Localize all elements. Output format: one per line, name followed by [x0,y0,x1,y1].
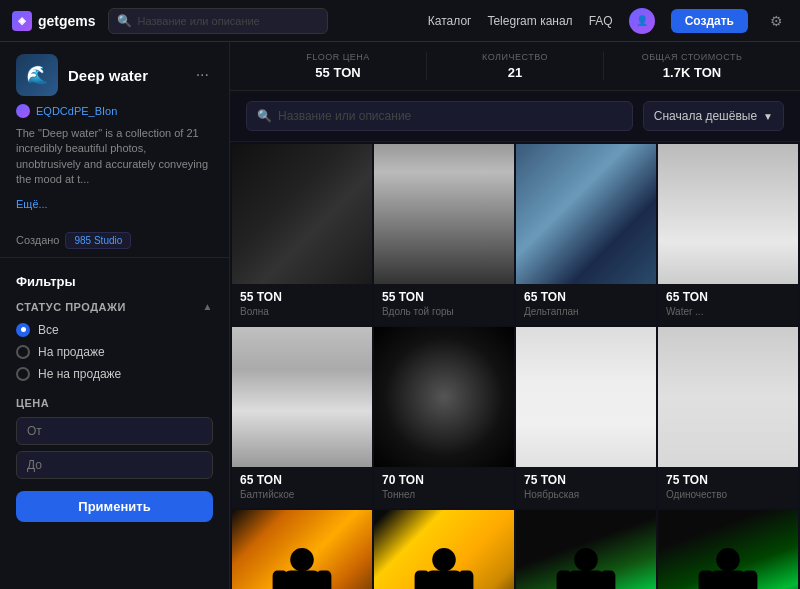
nft-image [516,144,656,284]
nft-image [374,327,514,467]
nft-card[interactable]: 85 TON [374,510,514,589]
logo-icon: ◈ [12,11,32,31]
nft-image [516,327,656,467]
nft-card[interactable]: 75 TONОдиночество [658,327,798,508]
svg-rect-14 [557,571,572,589]
nft-name: Волна [240,306,364,317]
status-for-sale[interactable]: На продаже [16,345,213,359]
nft-image [658,144,798,284]
status-all[interactable]: Все [16,323,213,337]
nft-price: 65 TON [666,290,790,304]
svg-point-6 [432,548,456,572]
logo-text: getgems [38,13,96,29]
collection-description: The "Deep water" is a collection of 21 i… [16,126,213,188]
divider [0,257,229,258]
status-nosale-label: Не на продаже [38,367,121,381]
collection-avatar [16,54,58,96]
nft-info: 75 TONОдиночество [658,467,798,508]
nft-name: Дельтаплан [524,306,648,317]
status-not-for-sale[interactable]: Не на продаже [16,367,213,381]
nft-name: Тоннел [382,489,506,500]
filters-title: Фильтры [16,274,213,289]
svg-rect-15 [600,571,615,589]
apply-filters-button[interactable]: Применить [16,491,213,522]
nav-telegram[interactable]: Telegram канал [487,14,572,28]
floor-label: FLOOR ЦЕНА [260,52,416,62]
nav-search[interactable]: 🔍 Название или описание [108,8,328,34]
nft-card[interactable]: 65 TONБалтийское [232,327,372,508]
nft-info: 75 TONНоябрьская [516,467,656,508]
nft-card[interactable]: 65 TON [516,510,656,589]
nav-faq[interactable]: FAQ [589,14,613,28]
stats-bar: FLOOR ЦЕНА 55 TON КОЛИЧЕСТВО 21 ОБЩАЯ СТ… [230,42,800,91]
stat-floor: FLOOR ЦЕНА 55 TON [250,52,427,80]
sidebar: Deep water ··· EQDCdPE_BIon The "Deep wa… [0,42,230,589]
nft-image [374,510,514,589]
nft-image [232,144,372,284]
main-layout: Deep water ··· EQDCdPE_BIon The "Deep wa… [0,42,800,589]
status-chevron: ▲ [203,301,213,312]
svg-rect-1 [284,571,321,589]
search-icon: 🔍 [117,14,132,28]
nft-card[interactable]: 75 TONНоябрьская [516,327,656,508]
read-more-link[interactable]: Ещё... [16,198,48,210]
svg-point-12 [574,548,598,572]
content-search-placeholder: Название или описание [278,109,411,123]
price-inputs [16,417,213,479]
price-to-input[interactable] [16,451,213,479]
nft-card[interactable]: 55 TONВолна [232,144,372,325]
nft-card[interactable]: 70 TONТоннел [374,327,514,508]
radio-all-indicator [16,323,30,337]
svg-rect-2 [273,571,288,589]
filters-section: Фильтры СТАТУС ПРОДАЖИ ▲ Все На продаже … [0,266,229,530]
nft-info: 70 TONТоннел [374,467,514,508]
created-row: Создано 985 Studio [0,224,229,257]
svg-rect-20 [699,571,714,589]
nft-name: Одиночество [666,489,790,500]
sort-dropdown[interactable]: Сначала дешёвые ▼ [643,101,784,131]
content-controls: 🔍 Название или описание Сначала дешёвые … [230,91,800,142]
collection-header: Deep water ··· EQDCdPE_BIon The "Deep wa… [0,42,229,224]
create-button[interactable]: Создать [671,9,748,33]
content-search[interactable]: 🔍 Название или описание [246,101,633,131]
more-button[interactable]: ··· [192,64,213,86]
nft-image [658,510,798,589]
stat-total: ОБЩАЯ СТОИМОСТЬ 1.7K TON [604,52,780,80]
settings-icon[interactable]: ⚙ [764,9,788,33]
stat-quantity: КОЛИЧЕСТВО 21 [427,52,604,80]
svg-rect-3 [316,571,331,589]
nft-card[interactable]: 55 TONВдоль той горы [374,144,514,325]
nft-image [232,327,372,467]
nft-info: 65 TONДельтаплан [516,284,656,325]
studio-badge[interactable]: 985 Studio [65,232,131,249]
price-from-input[interactable] [16,417,213,445]
nft-image [658,327,798,467]
nft-price: 65 TON [524,290,648,304]
nft-name: Water ... [666,306,790,317]
nft-card[interactable]: 65 TONДельтаплан [516,144,656,325]
nft-card[interactable]: 85 TON [232,510,372,589]
nft-price: 55 TON [382,290,506,304]
status-radio-group: Все На продаже Не на продаже [16,323,213,381]
floor-value: 55 TON [260,65,416,80]
svg-rect-9 [458,571,473,589]
nft-price: 70 TON [382,473,506,487]
nft-card[interactable] [658,510,798,589]
avatar[interactable]: 👤 [629,8,655,34]
nav-search-placeholder: Название или описание [138,15,260,27]
nft-info: 55 TONВдоль той горы [374,284,514,325]
logo[interactable]: ◈ getgems [12,11,96,31]
creator-address[interactable]: EQDCdPE_BIon [36,105,117,117]
svg-point-18 [716,548,740,572]
nft-price: 75 TON [666,473,790,487]
nft-name: Ноябрьская [524,489,648,500]
creator-row: EQDCdPE_BIon [16,104,213,118]
created-label: Создано [16,234,59,246]
nft-image [232,510,372,589]
nft-image [374,144,514,284]
svg-rect-7 [426,571,463,589]
nav-catalog[interactable]: Каталог [428,14,472,28]
nft-card[interactable]: 65 TONWater ... [658,144,798,325]
total-value: 1.7K TON [614,65,770,80]
nft-name: Балтийское [240,489,364,500]
